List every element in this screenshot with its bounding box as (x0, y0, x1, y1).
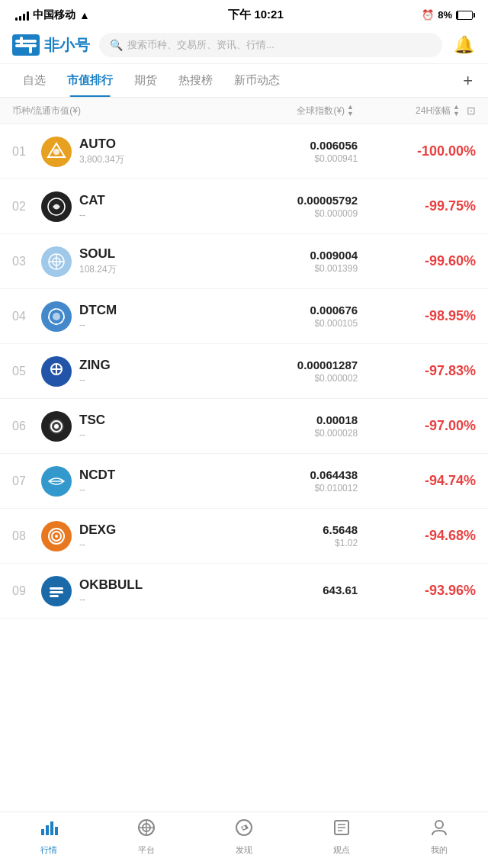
coin-change: -99.60% (358, 253, 476, 269)
coin-info: TSC -- (79, 413, 206, 440)
logo: 非小号 (12, 34, 90, 56)
logo-icon (12, 34, 40, 56)
sort-index-icon[interactable]: ▲▼ (347, 104, 354, 117)
coin-name: OKBBULL (79, 577, 206, 593)
discover-nav-label: 发现 (236, 844, 252, 856)
platform-nav-label: 平台 (138, 844, 155, 856)
tab-futures[interactable]: 期货 (124, 64, 168, 97)
table-row[interactable]: 08 DEXG -- 6.5648 $1.02 -94.68% (0, 509, 488, 564)
index-usd: $0.010012 (206, 483, 358, 493)
coin-change: -98.95% (358, 308, 476, 324)
rank-number: 09 (12, 584, 34, 598)
tab-newcoins[interactable]: 新币动态 (223, 64, 291, 97)
market-nav-icon (40, 818, 58, 841)
search-bar[interactable]: 🔍 搜索币种、交易所、资讯、行情... (99, 33, 442, 57)
index-cny: 0.00018 (206, 413, 358, 426)
bottom-nav-discover[interactable]: 发现 (195, 818, 293, 856)
add-tab-button[interactable]: + (460, 65, 476, 97)
coin-name: ZING (79, 358, 206, 373)
index-cny: 0.00001287 (206, 358, 358, 371)
coin-change: -94.68% (358, 528, 476, 544)
coin-name: AUTO (79, 137, 206, 152)
table-row[interactable]: 04 DTCM -- 0.000676 $0.000105 -98.95% (0, 289, 488, 344)
rank-number: 05 (12, 365, 34, 378)
discover-nav-icon (235, 818, 253, 841)
col-header-coin: 币种/流通市值(¥) (12, 104, 191, 117)
coin-mcap: -- (79, 375, 206, 385)
coin-index: 0.006056 $0.000941 (206, 139, 358, 164)
coin-change: -97.83% (358, 363, 476, 379)
table-row[interactable]: 07 NCDT -- 0.064438 $0.010012 -94.74% (0, 454, 488, 509)
index-cny: 0.000676 (206, 304, 358, 317)
coin-name: NCDT (79, 468, 206, 483)
signal-icon (15, 10, 29, 21)
platform-nav-icon (137, 818, 156, 841)
battery-pct: 8% (438, 9, 452, 21)
bell-button[interactable]: 🔔 (451, 33, 476, 57)
coin-info: ZING -- (79, 358, 206, 385)
index-usd: $0.000941 (206, 153, 358, 164)
sort-change-icon[interactable]: ▲▼ (453, 104, 460, 117)
coin-icon-okbbull (41, 576, 72, 606)
search-placeholder: 搜索币种、交易所、资讯、行情... (127, 38, 274, 52)
rank-number: 04 (12, 310, 34, 323)
bottom-nav-profile[interactable]: 我的 (390, 818, 488, 856)
profile-nav-label: 我的 (431, 844, 448, 856)
table-row[interactable]: 09 OKBBULL -- 643.61 -93.96% (0, 564, 488, 619)
coin-info: AUTO 3,800.34万 (79, 137, 206, 166)
coin-change: -99.75% (358, 198, 476, 214)
alarm-icon: ⏰ (422, 9, 434, 21)
svg-rect-29 (50, 821, 53, 835)
svg-point-19 (54, 424, 59, 429)
coin-info: OKBBULL -- (79, 577, 206, 605)
svg-point-42 (435, 821, 443, 828)
status-bar: 中国移动 ▲ 下午 10:21 ⏰ 8% (0, 0, 488, 27)
coin-change: -97.00% (358, 418, 476, 434)
col-header-change: 24H涨幅 ▲▼ ⊡ (354, 104, 476, 117)
search-icon: 🔍 (110, 39, 123, 51)
views-nav-label: 观点 (333, 844, 350, 856)
svg-rect-26 (50, 595, 59, 597)
coin-name: CAT (79, 193, 206, 208)
coin-info: SOUL 108.24万 (79, 246, 206, 276)
bottom-nav-platform[interactable]: 平台 (98, 818, 195, 856)
status-left: 中国移动 ▲ (15, 8, 90, 22)
coin-mcap: -- (79, 210, 206, 220)
svg-rect-3 (29, 44, 32, 53)
coin-index: 6.5648 $1.02 (206, 523, 358, 548)
bottom-nav-market[interactable]: 行情 (0, 818, 98, 856)
bottom-nav: 行情平台发现观点我的 (0, 812, 488, 868)
col-header-index: 全球指数(¥) ▲▼ (191, 104, 354, 117)
index-cny: 0.064438 (206, 468, 358, 481)
table-header: 币种/流通市值(¥) 全球指数(¥) ▲▼ 24H涨幅 ▲▼ ⊡ (0, 98, 488, 124)
views-nav-icon (332, 818, 351, 841)
coin-icon-auto (41, 137, 72, 167)
index-usd: $0.001399 (206, 263, 358, 274)
index-usd: $1.02 (206, 538, 358, 548)
share-icon[interactable]: ⊡ (467, 104, 476, 117)
table-row[interactable]: 03 SOUL 108.24万 0.009004 $0.001399 -99.6… (0, 234, 488, 289)
battery-icon (456, 11, 473, 20)
svg-point-13 (53, 313, 60, 320)
coin-change: -100.00% (358, 143, 476, 159)
svg-point-23 (55, 535, 58, 538)
coin-index: 0.00001287 $0.000002 (206, 358, 358, 384)
svg-rect-0 (15, 40, 37, 43)
tab-mcap[interactable]: 市值排行 (56, 64, 124, 97)
bottom-nav-views[interactable]: 观点 (293, 818, 390, 856)
tab-zixuan[interactable]: 自选 (12, 64, 56, 97)
nav-tabs: 自选 市值排行 期货 热搜榜 新币动态 + (0, 64, 488, 98)
coin-mcap: -- (79, 320, 206, 330)
wifi-icon: ▲ (79, 9, 90, 21)
table-row[interactable]: 05 ZING -- 0.00001287 $0.000002 -97.83% (0, 344, 488, 399)
coin-icon-tsc (41, 411, 72, 442)
coin-icon-dexg (41, 521, 72, 551)
index-usd: $0.000009 (206, 208, 358, 219)
table-row[interactable]: 01 AUTO 3,800.34万 0.006056 $0.000941 -10… (0, 124, 488, 179)
table-row[interactable]: 02 CAT -- 0.00005792 $0.000009 -99.75% (0, 179, 488, 234)
table-row[interactable]: 06 TSC -- 0.00018 $0.000028 -97.00% (0, 399, 488, 454)
tab-hot[interactable]: 热搜榜 (168, 64, 223, 97)
svg-rect-27 (41, 829, 44, 835)
profile-nav-icon (430, 818, 448, 841)
svg-point-37 (242, 826, 246, 829)
